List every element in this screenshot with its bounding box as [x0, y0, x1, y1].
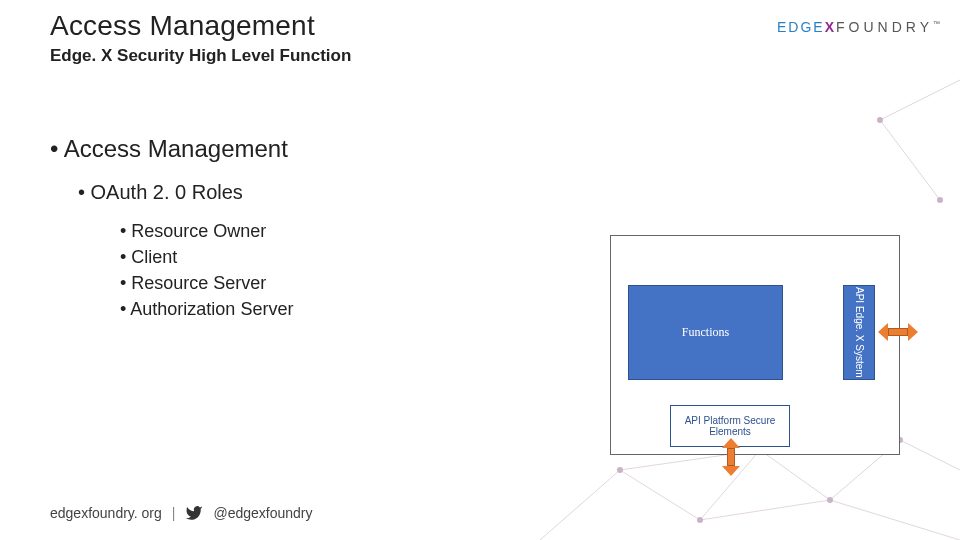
svg-point-15: [827, 497, 833, 503]
bullet-lvl2: OAuth 2. 0 Roles: [78, 181, 293, 204]
bullet-item: Client: [120, 244, 293, 270]
content-area: Access Management OAuth 2. 0 Roles Resou…: [50, 135, 293, 322]
bullet-item: Resource Owner: [120, 218, 293, 244]
footer-handle: @edgexfoundry: [213, 505, 312, 521]
functions-box: Functions: [628, 285, 783, 380]
logo-tm: ™: [933, 20, 940, 27]
bullet-item: Authorization Server: [120, 296, 293, 322]
logo-x: X: [825, 19, 836, 35]
arrow-horizontal-icon: [880, 323, 916, 341]
svg-point-12: [617, 467, 623, 473]
svg-line-0: [540, 470, 620, 540]
svg-point-18: [937, 197, 943, 203]
brand-logo: EDGEXFOUNDRY™: [777, 18, 940, 36]
logo-edge: EDGE: [777, 19, 825, 35]
footer-site: edgexfoundry. org: [50, 505, 162, 521]
footer-separator: |: [172, 505, 176, 521]
bullet-lvl1: Access Management: [50, 135, 293, 163]
arrow-vertical-icon: [722, 440, 740, 474]
slide-title: Access Management: [50, 10, 351, 42]
functions-label: Functions: [682, 325, 729, 340]
slide-subtitle: Edge. X Security High Level Function: [50, 46, 351, 66]
architecture-diagram: Functions API Edge. X System API Platfor…: [610, 235, 920, 465]
logo-foundry: FOUNDRY: [836, 19, 933, 35]
api-platform-label: API Platform Secure Elements: [671, 415, 789, 438]
svg-line-8: [830, 500, 960, 540]
svg-point-13: [697, 517, 703, 523]
api-system-box: API Edge. X System: [843, 285, 875, 380]
slide-footer: edgexfoundry. org | @edgexfoundry: [50, 504, 313, 522]
svg-line-7: [700, 500, 830, 520]
api-system-label: API Edge. X System: [854, 287, 865, 378]
slide-header: Access Management Edge. X Security High …: [50, 10, 351, 66]
bullet-item: Resource Server: [120, 270, 293, 296]
svg-line-10: [880, 80, 960, 120]
svg-point-17: [877, 117, 883, 123]
svg-line-11: [880, 120, 940, 200]
twitter-icon: [185, 504, 203, 522]
svg-line-1: [620, 470, 700, 520]
